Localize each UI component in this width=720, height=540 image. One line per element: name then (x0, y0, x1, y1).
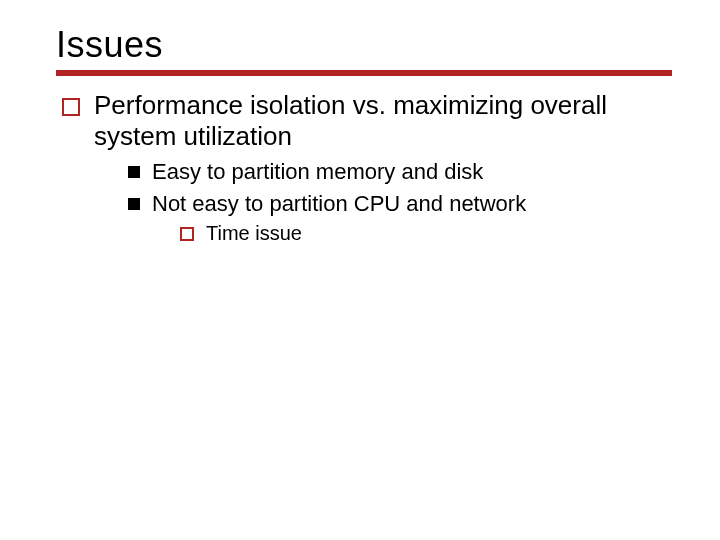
bullet-list-level3: Time issue (152, 221, 526, 246)
list-item: Time issue (180, 221, 526, 246)
bullet-text: Time issue (206, 221, 302, 246)
filled-square-icon (128, 198, 140, 210)
bullet-text: Not easy to partition CPU and network (152, 190, 526, 218)
title-underline (56, 70, 672, 76)
slide: Issues Performance isolation vs. maximiz… (0, 0, 720, 250)
bullet-text: Easy to partition memory and disk (152, 158, 483, 186)
bullet-text: Performance isolation vs. maximizing ove… (94, 90, 672, 152)
bullet-list-level1: Performance isolation vs. maximizing ove… (56, 90, 672, 250)
hollow-square-icon (180, 227, 194, 241)
list-item: Easy to partition memory and disk (128, 158, 672, 186)
hollow-square-icon (62, 98, 80, 116)
list-item: Not easy to partition CPU and network Ti… (128, 190, 672, 247)
bullet-list-level2: Easy to partition memory and disk Not ea… (94, 158, 672, 246)
list-item: Performance isolation vs. maximizing ove… (62, 90, 672, 250)
slide-title: Issues (56, 24, 672, 66)
filled-square-icon (128, 166, 140, 178)
